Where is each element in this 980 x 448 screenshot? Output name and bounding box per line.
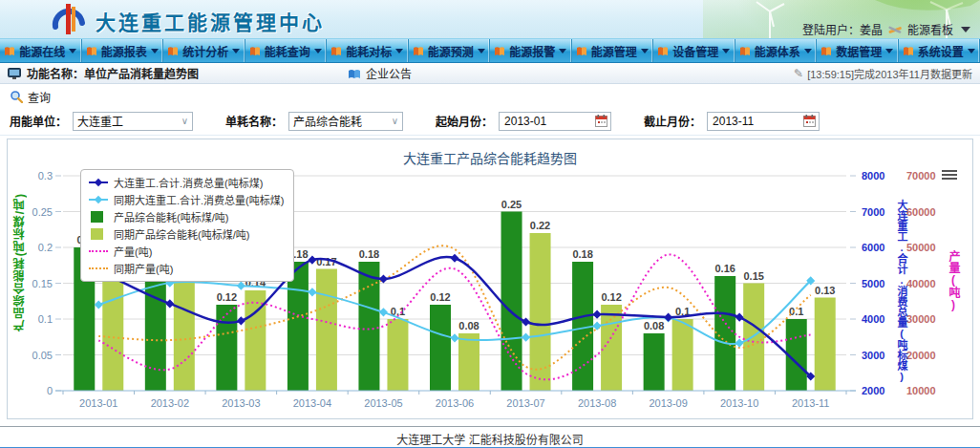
menu-item-3[interactable]: 统计分析 xyxy=(163,39,245,62)
legend-item[interactable]: 产品综合能耗(吨标煤/吨) xyxy=(89,209,284,224)
book-icon xyxy=(903,46,914,56)
unit-filter-label: 用能单位： xyxy=(10,113,67,129)
query-button[interactable]: 查询 xyxy=(28,89,51,105)
legend-item[interactable]: 同期产量(吨) xyxy=(89,261,284,276)
menu-item-10[interactable]: 能源体系 xyxy=(735,39,818,62)
chevron-down-icon xyxy=(232,49,240,53)
menu-item-8[interactable]: 能源管理 xyxy=(572,39,654,62)
book-icon xyxy=(330,46,342,56)
chart-title: 大连重工产品综合能耗趋势图 xyxy=(8,139,972,166)
bar-value-label: 0.15 xyxy=(743,270,763,282)
menu-item-9[interactable]: 设备管理 xyxy=(653,39,735,62)
x-tick-label: 2013-03 xyxy=(222,397,260,409)
x-tick-label: 2013-05 xyxy=(364,397,402,409)
end-month-input[interactable]: 2013-11 xyxy=(707,112,820,131)
end-month-label: 截止月份： xyxy=(644,113,701,129)
chevron-down-icon xyxy=(559,49,566,53)
x-tick-label: 2013-08 xyxy=(578,397,616,409)
legend-item[interactable]: 同期产品综合能耗(吨标煤/吨) xyxy=(89,226,284,242)
book-icon xyxy=(86,46,97,56)
bar xyxy=(815,298,836,392)
menu-item-label: 设备管理 xyxy=(672,43,718,59)
start-month-input[interactable]: 2013-01 xyxy=(499,112,611,131)
menu-item-4[interactable]: 能耗查询 xyxy=(245,39,328,62)
x-tick-label: 2013-11 xyxy=(792,397,830,409)
bar xyxy=(601,305,622,391)
left-tick-label: 0 xyxy=(47,385,53,396)
tools-icon[interactable] xyxy=(887,23,903,36)
line-marker xyxy=(237,282,245,290)
menu-item-2[interactable]: 能源报表 xyxy=(82,39,164,62)
start-month-label: 起始月份： xyxy=(436,113,493,129)
chart-menu-icon[interactable] xyxy=(942,168,957,181)
line-marker xyxy=(735,313,744,322)
legend-item[interactable]: 大连重工.合计.消费总量(吨标煤) xyxy=(89,175,284,190)
right-axis2-tick-label: 40000 xyxy=(906,278,936,289)
bar xyxy=(714,276,735,391)
chevron-down-icon[interactable] xyxy=(961,27,970,32)
right-axis2-tick-label: 60000 xyxy=(906,206,936,218)
line-marker xyxy=(593,310,602,319)
menu-item-6[interactable]: 能源预测 xyxy=(409,39,491,62)
announcement-link[interactable]: 企业公告 xyxy=(348,65,412,81)
bar xyxy=(501,212,522,392)
unit-select[interactable]: 大连重工∨ xyxy=(73,112,193,131)
book-icon xyxy=(494,46,505,56)
menu-item-12[interactable]: 系统设置 xyxy=(899,39,980,62)
legend-item[interactable]: 产量(吨) xyxy=(89,244,284,259)
bar xyxy=(644,333,665,391)
chart-panel: 大连重工产品综合能耗趋势图 00.050.10.150.20.250.32000… xyxy=(7,139,973,419)
menu-item-label: 能耗对标 xyxy=(346,43,392,59)
bar-value-label: 0.16 xyxy=(714,263,735,274)
right-axis1-tick-label: 2000 xyxy=(862,385,884,396)
menu-item-5[interactable]: 能耗对标 xyxy=(327,39,409,62)
monitor-icon xyxy=(8,68,21,79)
bar-value-label: 0.18 xyxy=(572,248,592,260)
bar-value-label: 0.12 xyxy=(430,291,450,303)
chevron-down-icon xyxy=(69,49,76,53)
menu-item-label: 统计分析 xyxy=(182,43,228,59)
menu-item-1[interactable]: 能源在线 xyxy=(0,39,82,62)
filter-row: 用能单位： 大连重工∨ 单耗名称： 产品综合能耗∨ 起始月份： 2013-01 … xyxy=(0,107,980,136)
left-tick-label: 0.1 xyxy=(38,313,53,325)
x-tick-label: 2013-01 xyxy=(79,397,117,409)
menu-item-11[interactable]: 数据管理 xyxy=(817,39,899,62)
bar-value-label: 0.08 xyxy=(458,320,479,331)
bar xyxy=(102,269,123,392)
menu-item-label: 能耗查询 xyxy=(265,43,310,59)
right-axis2-tick-label: 30000 xyxy=(906,313,936,325)
menu-item-7[interactable]: 能源报警 xyxy=(490,39,572,62)
book-icon xyxy=(348,68,361,79)
legend-item-label: 同期产品综合能耗(吨标煤/吨) xyxy=(114,226,249,242)
dashboard-menu[interactable]: 能源看板 xyxy=(907,21,953,37)
calendar-icon[interactable] xyxy=(595,115,607,127)
chevron-down-icon xyxy=(478,49,485,53)
chart-legend: 大连重工.合计.消费总量(吨标煤)同期大连重工.合计.消费总量(吨标煤)产品综合… xyxy=(80,169,294,282)
consumption-select[interactable]: 产品综合能耗∨ xyxy=(288,112,403,131)
bar-value-label: 0.22 xyxy=(530,220,550,231)
bar xyxy=(430,305,451,391)
line-marker xyxy=(664,313,672,322)
search-icon[interactable] xyxy=(10,90,23,103)
menu-item-label: 系统设置 xyxy=(918,43,964,59)
right-axis1-tick-label: 7000 xyxy=(862,206,884,218)
right-axis2-title: 产量(吨) xyxy=(946,250,962,311)
bar-value-label: 0.08 xyxy=(644,320,664,331)
page-title: 大连重工能源管理中心 xyxy=(96,7,325,35)
left-axis-title: 产品综合能耗(吨标煤/吨) xyxy=(11,193,28,331)
line-marker xyxy=(237,316,245,325)
consumption-filter-label: 单耗名称： xyxy=(225,113,283,129)
calendar-icon[interactable] xyxy=(803,115,816,127)
right-axis1-tick-label: 6000 xyxy=(862,242,884,253)
chevron-down-icon xyxy=(804,49,812,53)
bar-value-label: 0.13 xyxy=(815,285,835,296)
bar xyxy=(358,262,379,391)
legend-line-swatch xyxy=(89,177,108,188)
bar-value-label: 0.12 xyxy=(217,291,237,303)
bar xyxy=(458,333,479,391)
announcement-label: 企业公告 xyxy=(366,65,412,81)
legend-item[interactable]: 同期大连重工.合计.消费总量(吨标煤) xyxy=(89,192,284,207)
function-bar: 功能名称：单位产品消耗量趋势图 企业公告 ✎ [13:59:15]完成2013年… xyxy=(0,63,980,84)
x-tick-label: 2013-04 xyxy=(293,397,331,409)
legend-dotted-swatch xyxy=(89,245,108,257)
